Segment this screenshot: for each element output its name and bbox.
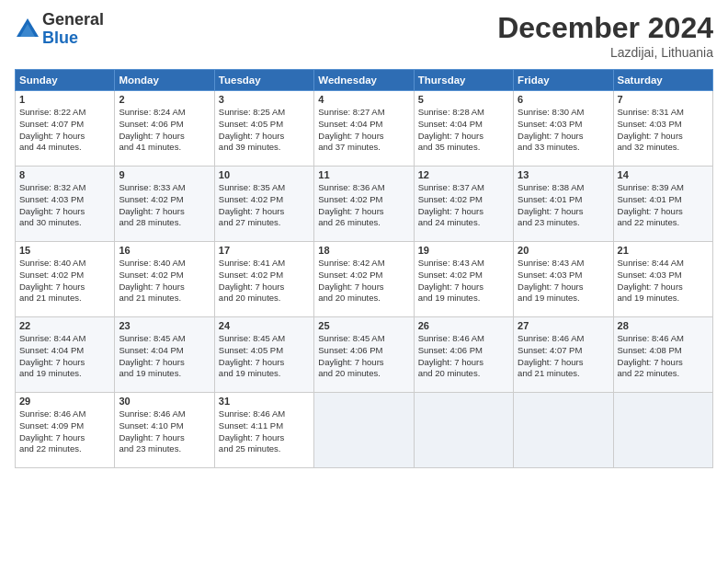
cell-line: Sunrise: 8:32 AM bbox=[19, 182, 85, 192]
cell-line: Sunset: 4:04 PM bbox=[418, 119, 483, 129]
cell-line: Sunset: 4:04 PM bbox=[318, 119, 382, 129]
cell-content: Sunrise: 8:27 AMSunset: 4:04 PMDaylight:… bbox=[318, 107, 409, 154]
day-number: 1 bbox=[19, 94, 110, 105]
day-number: 9 bbox=[119, 169, 210, 180]
day-number: 6 bbox=[518, 94, 609, 105]
cell-line: Sunset: 4:02 PM bbox=[119, 194, 183, 204]
cell-line: Sunset: 4:04 PM bbox=[119, 345, 183, 355]
cell-line: and 37 minutes. bbox=[318, 142, 381, 152]
cell-line: and 35 minutes. bbox=[418, 142, 481, 152]
cell-line: Sunset: 4:08 PM bbox=[618, 345, 682, 355]
cell-line: and 33 minutes. bbox=[518, 142, 580, 152]
cell-line: Sunrise: 8:27 AM bbox=[318, 107, 384, 117]
cell-line: Sunrise: 8:31 AM bbox=[618, 107, 684, 117]
calendar-cell: 14Sunrise: 8:39 AMSunset: 4:01 PMDayligh… bbox=[613, 167, 712, 242]
cell-line: Daylight: 7 hours bbox=[618, 206, 683, 216]
cell-line: Daylight: 7 hours bbox=[119, 131, 184, 141]
cell-line: Daylight: 7 hours bbox=[219, 131, 284, 141]
logo-icon bbox=[15, 17, 40, 42]
cell-line: Daylight: 7 hours bbox=[119, 206, 184, 216]
calendar-cell: 16Sunrise: 8:40 AMSunset: 4:02 PMDayligh… bbox=[115, 242, 214, 317]
day-number: 24 bbox=[219, 320, 310, 331]
cell-line: Daylight: 7 hours bbox=[119, 282, 184, 292]
cell-line: Daylight: 7 hours bbox=[219, 206, 284, 216]
cell-line: Sunrise: 8:44 AM bbox=[19, 333, 85, 343]
cell-content: Sunrise: 8:43 AMSunset: 4:02 PMDaylight:… bbox=[418, 258, 509, 304]
calendar-cell: 28Sunrise: 8:46 AMSunset: 4:08 PMDayligh… bbox=[613, 317, 712, 393]
cell-line: Sunset: 4:03 PM bbox=[518, 119, 582, 129]
week-row-3: 15Sunrise: 8:40 AMSunset: 4:02 PMDayligh… bbox=[16, 242, 713, 317]
cell-content: Sunrise: 8:25 AMSunset: 4:05 PMDaylight:… bbox=[219, 107, 310, 154]
calendar-cell: 2Sunrise: 8:24 AMSunset: 4:06 PMDaylight… bbox=[115, 91, 214, 167]
cell-line: Sunrise: 8:28 AM bbox=[418, 107, 484, 117]
cell-line: Daylight: 7 hours bbox=[518, 131, 583, 141]
day-number: 19 bbox=[418, 245, 509, 256]
cell-content: Sunrise: 8:30 AMSunset: 4:03 PMDaylight:… bbox=[518, 107, 609, 154]
cell-line: Sunrise: 8:40 AM bbox=[119, 258, 185, 268]
cell-line: Sunrise: 8:25 AM bbox=[219, 107, 285, 117]
cell-line: Daylight: 7 hours bbox=[518, 206, 583, 216]
cell-line: Sunset: 4:06 PM bbox=[318, 345, 382, 355]
page-header: General Blue December 2024 Lazdijai, Lit… bbox=[15, 11, 713, 60]
calendar-cell: 19Sunrise: 8:43 AMSunset: 4:02 PMDayligh… bbox=[414, 242, 513, 317]
cell-line: Sunrise: 8:44 AM bbox=[618, 258, 684, 268]
day-number: 21 bbox=[618, 245, 709, 256]
cell-line: Sunrise: 8:40 AM bbox=[19, 258, 85, 268]
cell-line: Daylight: 7 hours bbox=[318, 206, 383, 216]
cell-content: Sunrise: 8:42 AMSunset: 4:02 PMDaylight:… bbox=[318, 258, 409, 304]
cell-line: Sunrise: 8:46 AM bbox=[19, 408, 85, 419]
cell-line: Sunset: 4:02 PM bbox=[418, 270, 483, 280]
cell-line: and 19 minutes. bbox=[418, 293, 481, 303]
day-number: 22 bbox=[19, 320, 110, 331]
cell-content: Sunrise: 8:37 AMSunset: 4:02 PMDaylight:… bbox=[418, 182, 509, 229]
calendar-cell: 1Sunrise: 8:22 AMSunset: 4:07 PMDaylight… bbox=[16, 91, 115, 167]
header-tuesday: Tuesday bbox=[214, 70, 313, 91]
cell-line: and 20 minutes. bbox=[219, 293, 281, 303]
cell-line: Sunset: 4:02 PM bbox=[119, 270, 183, 280]
cell-line: Sunrise: 8:24 AM bbox=[119, 107, 185, 117]
cell-line: Sunset: 4:02 PM bbox=[318, 270, 382, 280]
calendar-cell: 18Sunrise: 8:42 AMSunset: 4:02 PMDayligh… bbox=[314, 242, 414, 317]
cell-line: and 27 minutes. bbox=[219, 217, 281, 227]
cell-line: and 26 minutes. bbox=[318, 217, 381, 227]
cell-line: Daylight: 7 hours bbox=[318, 282, 383, 292]
cell-line: and 19 minutes. bbox=[518, 293, 580, 303]
cell-line: Daylight: 7 hours bbox=[418, 282, 483, 292]
calendar-cell: 7Sunrise: 8:31 AMSunset: 4:03 PMDaylight… bbox=[613, 91, 712, 167]
cell-line: and 21 minutes. bbox=[19, 293, 82, 303]
cell-line: Daylight: 7 hours bbox=[119, 357, 184, 367]
cell-line: and 23 minutes. bbox=[119, 443, 181, 454]
cell-line: Sunrise: 8:36 AM bbox=[318, 182, 384, 192]
cell-line: Sunset: 4:07 PM bbox=[19, 119, 84, 129]
cell-line: Sunset: 4:01 PM bbox=[518, 194, 582, 204]
cell-line: Sunset: 4:09 PM bbox=[19, 420, 84, 431]
cell-line: Sunset: 4:02 PM bbox=[19, 270, 84, 280]
cell-line: and 19 minutes. bbox=[19, 368, 82, 378]
cell-line: Sunrise: 8:46 AM bbox=[219, 408, 285, 419]
cell-line: Daylight: 7 hours bbox=[618, 282, 683, 292]
cell-line: Sunset: 4:03 PM bbox=[618, 270, 682, 280]
cell-content: Sunrise: 8:46 AMSunset: 4:10 PMDaylight:… bbox=[119, 408, 210, 455]
day-number: 23 bbox=[119, 320, 210, 331]
cell-content: Sunrise: 8:31 AMSunset: 4:03 PMDaylight:… bbox=[618, 107, 709, 154]
cell-content: Sunrise: 8:39 AMSunset: 4:01 PMDaylight:… bbox=[618, 182, 709, 229]
header-thursday: Thursday bbox=[414, 70, 513, 91]
day-number: 20 bbox=[518, 245, 609, 256]
cell-line: Daylight: 7 hours bbox=[418, 206, 483, 216]
calendar-cell bbox=[613, 393, 712, 468]
cell-line: and 44 minutes. bbox=[19, 142, 82, 152]
cell-line: Daylight: 7 hours bbox=[19, 282, 85, 292]
cell-content: Sunrise: 8:40 AMSunset: 4:02 PMDaylight:… bbox=[119, 258, 210, 304]
cell-content: Sunrise: 8:35 AMSunset: 4:02 PMDaylight:… bbox=[219, 182, 310, 229]
header-friday: Friday bbox=[514, 70, 613, 91]
cell-content: Sunrise: 8:45 AMSunset: 4:04 PMDaylight:… bbox=[119, 333, 210, 380]
cell-content: Sunrise: 8:38 AMSunset: 4:01 PMDaylight:… bbox=[518, 182, 609, 229]
cell-content: Sunrise: 8:28 AMSunset: 4:04 PMDaylight:… bbox=[418, 107, 509, 154]
cell-line: Sunset: 4:03 PM bbox=[518, 270, 582, 280]
cell-line: Sunrise: 8:39 AM bbox=[618, 182, 684, 192]
cell-line: and 22 minutes. bbox=[19, 443, 82, 454]
cell-content: Sunrise: 8:46 AMSunset: 4:06 PMDaylight:… bbox=[418, 333, 509, 380]
day-number: 31 bbox=[219, 396, 310, 407]
cell-line: Sunrise: 8:46 AM bbox=[618, 333, 684, 343]
logo: General Blue bbox=[15, 11, 104, 48]
